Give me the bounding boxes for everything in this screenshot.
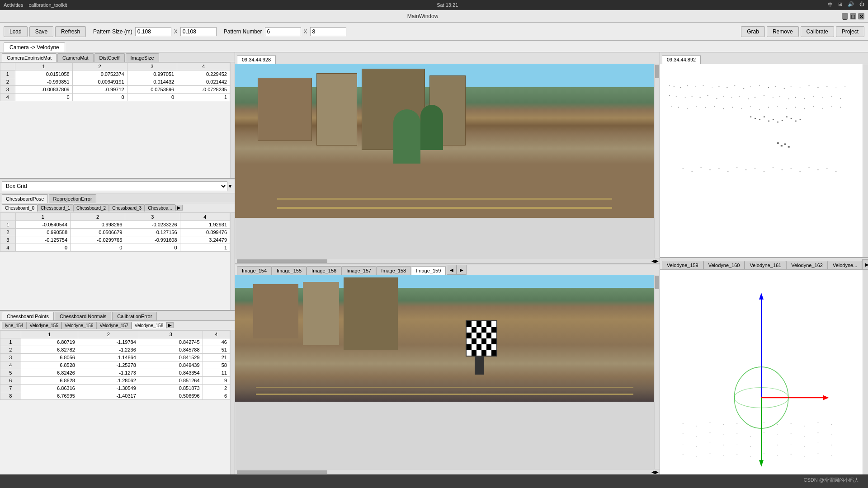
svg-rect-120 bbox=[804, 436, 805, 436]
calibrate-button[interactable]: Calibrate bbox=[801, 26, 834, 37]
svg-rect-41 bbox=[813, 96, 814, 96]
bottom-image-vscroll[interactable] bbox=[654, 275, 660, 469]
tab-reprojection-error[interactable]: ReprojectionError bbox=[49, 194, 96, 203]
vel-tab-156[interactable]: Velodyne_156 bbox=[61, 322, 96, 329]
vel-tab-more[interactable]: Velodyne... bbox=[828, 261, 862, 269]
svg-rect-78 bbox=[692, 171, 693, 172]
tab-camera-mat[interactable]: CameraMat bbox=[57, 53, 93, 62]
load-button[interactable]: Load bbox=[4, 26, 28, 37]
tab-chessboard-pose[interactable]: ChessboardPose bbox=[2, 194, 48, 203]
pt-col-2: 2 bbox=[78, 331, 139, 338]
chessboard-col-more[interactable]: Chessboa... bbox=[145, 204, 175, 211]
top-viz-timestamp-tab[interactable]: 09:34:44:892 bbox=[662, 55, 701, 64]
ime-indicator[interactable]: 中 bbox=[828, 1, 833, 8]
mode-dropdown[interactable]: Box Grid bbox=[2, 181, 227, 191]
chessboard-col-0[interactable]: Chessboard_0 bbox=[2, 204, 38, 211]
pattern-number-x-input[interactable] bbox=[265, 27, 301, 36]
pattern-number-y-input[interactable] bbox=[310, 27, 346, 36]
tab-image-159[interactable]: Image_159 bbox=[411, 266, 446, 275]
vel-tab-158[interactable]: Velodyne_158 bbox=[132, 322, 166, 329]
close-button[interactable]: ✕ bbox=[858, 13, 864, 19]
vel-tab-154[interactable]: lyne_154 bbox=[2, 322, 27, 329]
hscroll-arrow-right[interactable]: ▶ bbox=[655, 258, 659, 263]
svg-rect-28 bbox=[708, 95, 708, 96]
svg-rect-134 bbox=[831, 445, 832, 445]
extrinsic-scrollbar[interactable] bbox=[230, 62, 235, 178]
col-header-2: 2 bbox=[72, 63, 127, 70]
bottom-hscroll-arrow-left[interactable]: ◀ bbox=[651, 469, 655, 474]
chessboard-col-3[interactable]: Chessboard_3 bbox=[109, 204, 145, 211]
vel-tab-scroll-right[interactable]: ▶ bbox=[166, 322, 174, 328]
chess-tab-scroll-right[interactable]: ▶ bbox=[175, 205, 183, 211]
tab-image-158[interactable]: Image_158 bbox=[376, 266, 411, 275]
vel-tab-155[interactable]: Velodyne_155 bbox=[27, 322, 61, 329]
vel-tab-160[interactable]: Velodyne_160 bbox=[703, 261, 745, 269]
tab-image-157[interactable]: Image_157 bbox=[341, 266, 376, 275]
bottom-image-with-scroll bbox=[235, 275, 660, 469]
vel-tab-scroll-right-btn[interactable]: ▶ bbox=[862, 259, 868, 269]
tab-calibration-error[interactable]: CalibrationError bbox=[112, 312, 157, 320]
pattern-size-x-input[interactable] bbox=[135, 27, 171, 36]
maximize-button[interactable]: □ bbox=[850, 13, 856, 19]
chessboard-col-2[interactable]: Chessboard_2 bbox=[73, 204, 109, 211]
vel-tab-159[interactable]: Velodyne_159 bbox=[662, 261, 703, 269]
pose-scrollbar[interactable] bbox=[230, 213, 235, 310]
svg-rect-123 bbox=[683, 444, 684, 444]
bottom-viz-vscroll[interactable] bbox=[863, 270, 868, 474]
top-image-timestamp-tab[interactable]: 09:34:44:928 bbox=[237, 55, 276, 64]
top-image-tab-bar: 09:34:44:928 bbox=[235, 52, 660, 64]
activities-label[interactable]: Activities bbox=[4, 2, 23, 8]
pattern-size-y-input[interactable] bbox=[180, 27, 217, 36]
tab-image-155[interactable]: Image_155 bbox=[272, 266, 307, 275]
svg-rect-27 bbox=[700, 97, 701, 98]
refresh-button[interactable]: Refresh bbox=[55, 26, 86, 37]
tab-image-156[interactable]: Image_156 bbox=[307, 266, 341, 275]
svg-rect-130 bbox=[777, 445, 778, 445]
tab-dist-coeff[interactable]: DistCoeff bbox=[94, 53, 125, 62]
project-button[interactable]: Project bbox=[836, 26, 864, 37]
app-indicator[interactable]: calibration_toolkit bbox=[28, 2, 67, 8]
svg-rect-51 bbox=[723, 108, 724, 109]
camera-velodyne-tab[interactable]: Camera -> Velodyne bbox=[4, 42, 65, 52]
top-image-hscroll[interactable]: ◀ ▶ bbox=[235, 258, 660, 263]
tab-image-154[interactable]: Image_154 bbox=[237, 266, 272, 275]
hscroll-arrow-left[interactable]: ◀ bbox=[651, 258, 655, 263]
table-cell: 6.80719 bbox=[21, 338, 78, 346]
top-viz-vscroll[interactable] bbox=[863, 64, 868, 257]
vel-tab-161[interactable]: Velodyne_161 bbox=[745, 261, 786, 269]
points-scrollbar[interactable] bbox=[230, 330, 235, 474]
tab-image-size[interactable]: ImageSize bbox=[126, 53, 159, 62]
svg-rect-94 bbox=[835, 171, 836, 172]
image-tab-scroll-right[interactable]: ▶ bbox=[457, 265, 467, 275]
image-tab-scroll-left[interactable]: ◀ bbox=[447, 265, 457, 275]
vel-tab-162[interactable]: Velodyne_162 bbox=[786, 261, 828, 269]
table-cell: 0.843354 bbox=[139, 369, 203, 377]
tab-chessboard-points[interactable]: Chessboard Points bbox=[2, 312, 54, 320]
svg-rect-57 bbox=[777, 106, 778, 106]
col-header-4: 4 bbox=[177, 63, 230, 70]
bottom-hscroll-arrow-right[interactable]: ▶ bbox=[655, 469, 659, 474]
vel-tab-157[interactable]: Velodyne_157 bbox=[96, 322, 131, 329]
grab-button[interactable]: Grab bbox=[741, 26, 765, 37]
pt-col-1: 1 bbox=[21, 331, 78, 338]
top-image-vscroll[interactable] bbox=[654, 64, 660, 258]
svg-rect-37 bbox=[779, 97, 780, 97]
tab-camera-extrinsic[interactable]: CameraExtrinsicMat bbox=[2, 53, 57, 62]
tab-chessboard-normals[interactable]: Chessboard Normals bbox=[55, 312, 111, 320]
point-cloud-top-svg bbox=[660, 64, 863, 257]
svg-rect-97 bbox=[784, 143, 786, 145]
svg-rect-131 bbox=[791, 444, 792, 444]
row-header: 4 bbox=[0, 361, 21, 369]
table-cell: 46 bbox=[203, 338, 230, 346]
minimize-button[interactable]: _ bbox=[842, 13, 848, 19]
table-cell: 0 bbox=[127, 94, 177, 101]
table-row: 16.80719-1.197840.84274546 bbox=[0, 338, 230, 346]
svg-rect-47 bbox=[687, 108, 688, 108]
chessboard-col-1[interactable]: Chessboard_1 bbox=[38, 204, 73, 211]
svg-rect-122 bbox=[831, 435, 832, 435]
svg-rect-90 bbox=[800, 171, 801, 172]
save-button[interactable]: Save bbox=[29, 26, 53, 37]
pattern-size-section: Pattern Size (m) X bbox=[93, 27, 217, 36]
bottom-image-hscroll[interactable]: ◀ ▶ bbox=[235, 469, 660, 474]
remove-button[interactable]: Remove bbox=[767, 26, 799, 37]
